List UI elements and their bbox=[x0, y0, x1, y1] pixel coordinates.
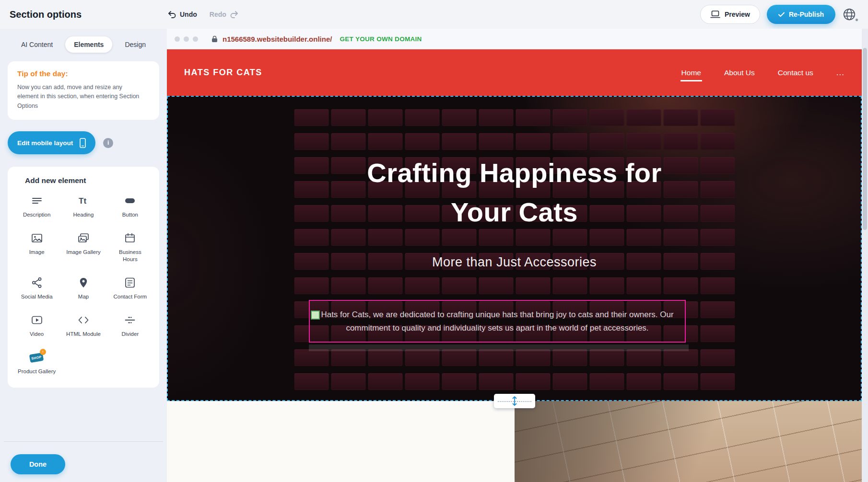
selection-handle[interactable] bbox=[311, 310, 320, 320]
republish-button[interactable]: Re-Publish bbox=[767, 5, 835, 24]
editor-canvas: n1566589.websitebuilder.online/ GET YOUR… bbox=[167, 29, 868, 482]
get-domain-link[interactable]: GET YOUR OWN DOMAIN bbox=[340, 35, 422, 43]
selected-paragraph-element[interactable]: Hats for Cats, we are dedicated to craft… bbox=[309, 300, 686, 343]
sidebar-footer: Done bbox=[0, 441, 167, 482]
section-resize-handle[interactable] bbox=[494, 394, 535, 408]
element-business-hours[interactable]: Business Hours bbox=[107, 231, 153, 263]
redo-button[interactable]: Redo bbox=[210, 11, 238, 18]
hero-tile bbox=[331, 109, 365, 126]
hero-tile bbox=[368, 349, 402, 366]
element-social-media[interactable]: Social Media bbox=[13, 275, 60, 300]
hero-tile bbox=[442, 373, 476, 390]
element-divider[interactable]: Divider bbox=[107, 313, 153, 338]
hero-tile bbox=[626, 109, 661, 126]
undo-icon bbox=[168, 11, 176, 18]
done-button[interactable]: Done bbox=[11, 454, 65, 474]
html-module-icon bbox=[77, 313, 90, 327]
hero-tile bbox=[479, 133, 513, 150]
element-image[interactable]: Image bbox=[13, 231, 60, 263]
contact-form-icon bbox=[124, 275, 136, 290]
divider-icon bbox=[124, 313, 136, 327]
hero-tile bbox=[552, 109, 587, 126]
social-media-icon bbox=[31, 275, 43, 290]
info-icon[interactable]: i bbox=[103, 138, 113, 148]
tab-ai-content[interactable]: AI Content bbox=[12, 36, 61, 53]
hero-tile bbox=[626, 133, 661, 150]
hero-tile bbox=[294, 133, 328, 150]
hero-tile bbox=[331, 349, 365, 366]
topbar: Section options Undo Redo Preview bbox=[0, 0, 868, 29]
nav-about-us[interactable]: About Us bbox=[724, 69, 755, 77]
check-icon bbox=[778, 12, 785, 17]
scrollbar-thumb[interactable] bbox=[863, 48, 867, 230]
next-section[interactable] bbox=[167, 401, 862, 482]
globe-status-dot bbox=[855, 18, 858, 22]
element-heading[interactable]: Tt Heading bbox=[60, 194, 106, 218]
undo-button[interactable]: Undo bbox=[168, 11, 197, 18]
element-image-gallery[interactable]: Image Gallery bbox=[60, 231, 106, 263]
hero-tile bbox=[626, 277, 661, 294]
window-dots bbox=[175, 36, 198, 42]
hero-subheading[interactable]: More than Just Accessories bbox=[168, 255, 861, 270]
element-video[interactable]: Video bbox=[13, 313, 60, 338]
next-section-left bbox=[167, 401, 515, 482]
hero-tile bbox=[516, 373, 550, 390]
hero-tile bbox=[405, 373, 439, 390]
element-grid: Description Tt Heading Button bbox=[13, 194, 153, 375]
nav-home[interactable]: Home bbox=[681, 69, 701, 77]
undo-redo-group: Undo Redo bbox=[168, 11, 238, 18]
product-gallery-icon: SHOP ↑ bbox=[29, 350, 45, 365]
hero-tile bbox=[552, 277, 587, 294]
preview-icon bbox=[710, 11, 720, 18]
language-globe-button[interactable] bbox=[842, 6, 858, 23]
tip-title: Tip of the day: bbox=[17, 69, 150, 78]
site-logo[interactable]: HATS FOR CATS bbox=[184, 68, 262, 78]
tab-design[interactable]: Design bbox=[116, 36, 154, 53]
hero-tile bbox=[626, 349, 661, 366]
element-html-module[interactable]: HTML Module bbox=[60, 313, 106, 338]
video-icon bbox=[31, 313, 43, 327]
element-description[interactable]: Description bbox=[13, 194, 60, 218]
main-layout: AI Content Elements Design Tip of the da… bbox=[0, 29, 868, 482]
hero-tile bbox=[442, 133, 476, 150]
hero-tile bbox=[368, 109, 402, 126]
hero-tile bbox=[663, 277, 698, 294]
nav-more-icon[interactable]: ... bbox=[836, 68, 845, 78]
tab-elements[interactable]: Elements bbox=[65, 36, 112, 53]
hero-tile bbox=[663, 349, 698, 366]
preview-button[interactable]: Preview bbox=[700, 5, 760, 24]
hero-tile bbox=[368, 277, 402, 294]
sidebar-tabs: AI Content Elements Design bbox=[0, 36, 167, 53]
hero-tile bbox=[626, 373, 661, 390]
element-contact-form[interactable]: Contact Form bbox=[107, 275, 153, 300]
edit-mobile-layout-button[interactable]: Edit mobile layout bbox=[8, 131, 95, 154]
hero-paragraph[interactable]: Hats for Cats, we are dedicated to craft… bbox=[310, 308, 685, 334]
site-url: n1566589.websitebuilder.online/ bbox=[223, 35, 332, 43]
redo-icon bbox=[230, 11, 238, 18]
upgrade-badge-icon: ↑ bbox=[40, 349, 46, 355]
svg-text:Tt: Tt bbox=[79, 196, 86, 206]
site-nav: Home About Us Contact us ... bbox=[681, 68, 845, 78]
hero-tile bbox=[589, 349, 624, 366]
tip-of-the-day-card: Tip of the day: Now you can add, move an… bbox=[8, 61, 159, 120]
hero-heading[interactable]: Crafting Happiness for Your Cats bbox=[168, 153, 861, 232]
hero-tile bbox=[552, 373, 587, 390]
hero-tile bbox=[405, 109, 439, 126]
hero-tile bbox=[405, 349, 439, 366]
element-map[interactable]: Map bbox=[60, 275, 106, 300]
element-product-gallery[interactable]: SHOP ↑ Product Gallery bbox=[13, 350, 60, 375]
undo-label: Undo bbox=[180, 11, 197, 18]
description-icon bbox=[31, 194, 43, 208]
hero-tile bbox=[405, 133, 439, 150]
nav-contact-us[interactable]: Contact us bbox=[778, 69, 813, 77]
hero-tile bbox=[479, 277, 513, 294]
element-button[interactable]: Button bbox=[107, 194, 153, 218]
hero-tile bbox=[368, 133, 402, 150]
website-builder-app: Section options Undo Redo Preview bbox=[0, 0, 868, 482]
hero-tile bbox=[442, 109, 476, 126]
image-gallery-icon bbox=[77, 231, 90, 245]
hero-tile bbox=[294, 349, 328, 366]
hero-section[interactable]: Crafting Happiness for Your Cats More th… bbox=[167, 96, 862, 401]
hero-tile bbox=[663, 373, 698, 390]
preview-label: Preview bbox=[725, 11, 750, 18]
